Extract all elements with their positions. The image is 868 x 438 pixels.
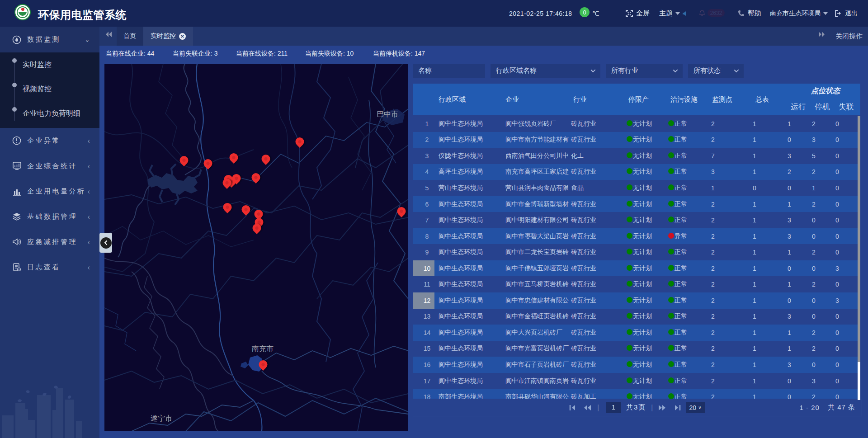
- sidebar-subitem-realtime[interactable]: 实时监控: [0, 52, 99, 77]
- table-row[interactable]: 4高坪生态环境局南充市高坪区王家店建砖瓦行业无计划正常31220: [413, 164, 860, 180]
- tab-realtime-active[interactable]: 实时监控✕: [143, 27, 193, 46]
- col-header-run[interactable]: 运行: [785, 102, 812, 112]
- page-size-select[interactable]: 20∨: [686, 402, 705, 413]
- cell-limit: 无计划: [623, 120, 664, 128]
- table-row[interactable]: 14阆中生态环境局阆中大兴页岩机砖厂砖瓦行业无计划正常21120: [413, 325, 860, 341]
- sidebar-subitem-video[interactable]: 视频监控: [0, 77, 99, 101]
- status-dot-icon: [668, 393, 674, 399]
- col-header-industry[interactable]: 行业: [573, 84, 587, 115]
- fullscreen-button[interactable]: 全屏: [626, 0, 650, 27]
- col-header-company[interactable]: 企业: [505, 84, 519, 115]
- col-header-lost[interactable]: 失联: [833, 102, 860, 112]
- chevron-down-icon: ⌄: [85, 35, 91, 44]
- col-header-limit[interactable]: 停限产: [628, 84, 649, 115]
- status-dot-icon: [668, 249, 674, 254]
- stat-item: 当前失联企业: 3: [173, 50, 218, 58]
- status-dot-icon: [668, 136, 674, 142]
- table-row[interactable]: 15阆中生态环境局阆中市光富页岩机砖厂砖瓦行业无计划正常21120: [413, 341, 860, 357]
- status-filter-select[interactable]: 所有状态: [688, 64, 744, 78]
- table-row[interactable]: 10阆中生态环境局阆中千佛镇五郎垭页岩砖瓦行业无计划正常21003: [413, 260, 860, 277]
- app-logo-icon: [14, 4, 31, 20]
- sound-icon[interactable]: [682, 0, 689, 27]
- cell-region: 营山生态环境局: [434, 184, 502, 192]
- cell-monitor: 1: [707, 184, 749, 192]
- sidebar-subitem-power-detail[interactable]: 企业电力负荷明细: [0, 101, 99, 126]
- table-panel: 名称 行政区域名称 所有行业 所有状态 行政区域 企业 行业 停限产 治污设施 …: [413, 62, 862, 416]
- table-row[interactable]: 2阆中生态环境局阆中市南方节能建材有砖瓦行业无计划正常21030: [413, 132, 860, 148]
- sidebar-item-logs[interactable]: 日志查看 ‹: [0, 254, 99, 280]
- table-row[interactable]: 8阆中生态环境局阆中市枣碧大梁山页岩砖瓦行业无计划异常21300: [413, 228, 860, 245]
- close-operations-button[interactable]: 关闭操作: [835, 27, 863, 46]
- tab-close-icon[interactable]: ✕: [179, 33, 186, 40]
- sidebar-item-power-analysis[interactable]: 企业用电量分析 ‹: [0, 179, 99, 204]
- status-dot-icon: [668, 184, 674, 190]
- help-button[interactable]: 帮助: [738, 0, 761, 27]
- map-panel[interactable]: 巴中市南充市遂宁市: [104, 64, 408, 431]
- page-number-input[interactable]: 1: [606, 402, 621, 413]
- tabs-scroll-left-icon[interactable]: [105, 31, 112, 38]
- name-filter-input[interactable]: 名称: [413, 64, 485, 78]
- bell-icon[interactable]: [699, 0, 705, 27]
- cell-facility: 正常: [664, 136, 707, 144]
- table-row[interactable]: 17阆中生态环境局阆中市江南镇阆南页岩砖瓦行业无计划正常21030: [413, 373, 860, 389]
- sidebar-item-base-data[interactable]: 基础数据管理 ‹: [0, 204, 99, 229]
- sidebar-item-data-monitor[interactable]: 数据监测 ⌄: [0, 27, 99, 52]
- table-row[interactable]: 5营山生态环境局营山县润丰肉食品有限食品无计划正常10010: [413, 180, 860, 196]
- col-header-region[interactable]: 行政区域: [439, 84, 466, 115]
- cell-facility: 正常: [664, 168, 707, 176]
- table-scrollbar-thumb[interactable]: [858, 116, 860, 362]
- table-row[interactable]: 6阆中生态环境局阆中市金博瑞新型墙材砖瓦行业无计划正常21120: [413, 196, 860, 212]
- status-dot-icon: [668, 345, 674, 351]
- cell-run: 3: [777, 233, 802, 240]
- logout-button[interactable]: 退出: [835, 0, 858, 27]
- status-dot-icon: [668, 329, 674, 335]
- industry-filter-select[interactable]: 所有行业: [606, 64, 683, 78]
- sidebar-item-company-abnormal[interactable]: 企业异常 ‹: [0, 128, 99, 153]
- theme-dropdown[interactable]: 主题: [659, 0, 680, 27]
- cell-industry: 砖瓦行业: [569, 377, 623, 385]
- cell-lost: 0: [826, 168, 849, 175]
- cell-region: 阆中生态环境局: [434, 297, 502, 305]
- table-row[interactable]: 18南部生态环境局南部县砚华山河有限公砖瓦加工无计划正常21020: [413, 389, 860, 399]
- cell-lost: 0: [826, 249, 849, 256]
- sidebar-collapse-button[interactable]: [99, 233, 112, 253]
- sidebar-item-emergency[interactable]: 应急减排管理 ‹: [0, 229, 99, 254]
- table-row[interactable]: 9阆中生态环境局阆中市二龙长宝页岩砖砖瓦行业无计划正常21120: [413, 244, 860, 260]
- tab-home[interactable]: 首页: [117, 27, 143, 46]
- col-header-stop[interactable]: 停机: [809, 102, 836, 112]
- page-first-icon[interactable]: [569, 399, 576, 416]
- sidebar-item-company-stats[interactable]: 企业综合统计 ‹: [0, 153, 99, 179]
- table-row[interactable]: 13阆中生态环境局阆中市金福旺页岩机砖砖瓦行业无计划正常21300: [413, 309, 860, 325]
- cell-stop: 2: [802, 168, 826, 175]
- col-header-monitor[interactable]: 监测点: [712, 84, 732, 115]
- table-row[interactable]: 16阆中生态环境局阆中市石子页岩机砖厂砖瓦行业无计划正常21300: [413, 357, 860, 373]
- table-scrollbar-track[interactable]: [858, 362, 860, 400]
- temperature-unit: ℃: [592, 0, 599, 27]
- status-dot-icon: [668, 120, 674, 126]
- cell-run: 1: [777, 281, 802, 288]
- cell-region: 阆中生态环境局: [434, 248, 502, 256]
- table-row[interactable]: 3仪陇生态环境局西南油气田分公司川中化工无计划正常71350: [413, 148, 860, 164]
- page-prev-icon[interactable]: [583, 399, 591, 416]
- table-row[interactable]: 7阆中生态环境局阆中明阳建材有限公司砖瓦行业无计划正常21300: [413, 212, 860, 228]
- table-row[interactable]: 1阆中生态环境局阆中强锐页岩砖厂砖瓦行业无计划正常21120: [413, 116, 860, 132]
- col-header-total[interactable]: 总表: [755, 84, 769, 115]
- tab-bar: [99, 27, 868, 46]
- cell-region: 阆中生态环境局: [434, 361, 502, 369]
- row-number: 4: [413, 164, 434, 180]
- cell-company: 南部县砚华山河有限公: [502, 393, 569, 399]
- org-dropdown[interactable]: 南充市生态环境局: [770, 0, 828, 27]
- status-dot-icon: [627, 136, 632, 142]
- cell-monitor: 2: [707, 249, 749, 256]
- region-filter-select[interactable]: 行政区域名称: [491, 64, 600, 78]
- table-header: 行政区域 企业 行业 停限产 治污设施 监测点 总表 点位状态 运行 停机 失联: [413, 84, 860, 115]
- page-last-icon[interactable]: [674, 399, 681, 416]
- status-dot-icon: [668, 361, 674, 367]
- table-row[interactable]: 11阆中生态环境局阆中市五马桥页岩机砖砖瓦行业无计划正常21120: [413, 276, 860, 292]
- tabs-scroll-right-icon[interactable]: [818, 31, 826, 38]
- table-row[interactable]: 12阆中生态环境局阆中市忠信建材有限公砖瓦行业无计划正常21003: [413, 292, 860, 309]
- notification-count-badge[interactable]: 2632: [708, 9, 725, 17]
- col-header-facility[interactable]: 治污设施: [670, 84, 698, 115]
- cell-region: 南部生态环境局: [434, 393, 502, 399]
- page-next-icon[interactable]: [658, 399, 666, 416]
